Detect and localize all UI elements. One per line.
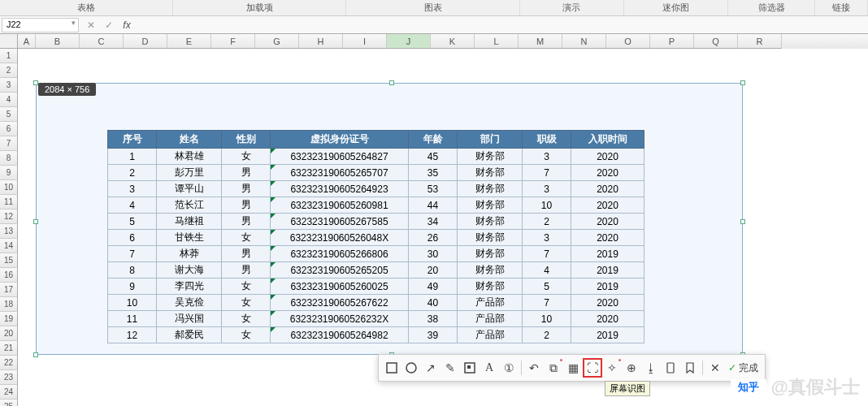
table-cell[interactable]: 马继祖 [157, 214, 222, 230]
table-cell[interactable]: 2019 [571, 327, 644, 343]
table-cell[interactable]: 53 [409, 181, 458, 197]
table-cell[interactable]: 632323190605260025 [271, 279, 409, 295]
ribbon-group[interactable]: 迷你图 [624, 0, 728, 15]
table-cell[interactable]: 女 [222, 311, 271, 327]
ribbon-group[interactable]: 图表 [346, 0, 519, 15]
screen-recognize-icon[interactable]: ⛶ [583, 358, 602, 378]
table-cell[interactable]: 2020 [571, 295, 644, 311]
table-cell[interactable]: 63232319060526232X [271, 311, 409, 327]
row-header[interactable]: 7 [0, 136, 18, 151]
row-header[interactable]: 5 [0, 107, 18, 122]
col-header[interactable]: E [167, 34, 211, 49]
col-header[interactable]: N [562, 34, 606, 49]
done-button[interactable]: ✓完成 [725, 361, 762, 375]
table-cell[interactable]: 女 [222, 327, 271, 343]
row-header[interactable]: 11 [0, 195, 18, 209]
row-header[interactable]: 22 [0, 356, 18, 370]
table-cell[interactable]: 1 [108, 149, 157, 165]
table-cell[interactable]: 2019 [571, 246, 644, 262]
table-cell[interactable]: 2020 [571, 230, 644, 246]
table-cell[interactable]: 10 [108, 295, 157, 311]
table-cell[interactable]: 2019 [571, 279, 644, 295]
ribbon-group[interactable]: 加载项 [173, 0, 346, 15]
table-cell[interactable]: 2020 [571, 214, 644, 230]
table-cell[interactable]: 3 [523, 149, 571, 165]
table-cell[interactable]: 2020 [571, 197, 644, 214]
table-cell[interactable]: 范长江 [157, 197, 222, 214]
table-cell[interactable]: 632323190605264827 [271, 149, 409, 165]
table-cell[interactable]: 女 [222, 230, 271, 246]
table-cell[interactable]: 632323190605266806 [271, 246, 409, 262]
pencil-icon[interactable]: ✎ [441, 358, 460, 378]
table-cell[interactable]: 7 [523, 295, 571, 311]
table-cell[interactable]: 34 [409, 214, 458, 230]
number-icon[interactable]: ① [499, 358, 519, 378]
row-header[interactable]: 12 [0, 209, 18, 224]
table-cell[interactable]: 7 [523, 165, 571, 181]
row-header[interactable]: 21 [0, 341, 18, 356]
table-cell[interactable]: 财务部 [458, 262, 523, 279]
table-cell[interactable]: 财务部 [458, 165, 523, 181]
handle-icon[interactable] [740, 219, 745, 224]
table-cell[interactable]: 5 [523, 279, 571, 295]
row-header[interactable]: 1 [0, 49, 18, 63]
table-cell[interactable]: 632323190605264982 [271, 327, 409, 343]
row-header[interactable]: 16 [0, 268, 18, 283]
handle-icon[interactable] [389, 80, 394, 85]
handle-icon[interactable] [33, 219, 38, 224]
fx-icon[interactable]: fx [118, 19, 136, 31]
table-cell[interactable]: 632323190605260981 [271, 197, 409, 214]
col-header[interactable]: K [431, 34, 475, 49]
ribbon-group[interactable]: 演示 [520, 0, 624, 15]
table-cell[interactable]: 产品部 [458, 311, 523, 327]
table-cell[interactable]: 财务部 [458, 246, 523, 262]
table-cell[interactable]: 财务部 [458, 214, 523, 230]
col-header[interactable]: I [343, 34, 387, 49]
table-cell[interactable]: 2020 [571, 165, 644, 181]
select-all-corner[interactable] [0, 34, 18, 49]
table-cell[interactable]: 7 [108, 246, 157, 262]
table-cell[interactable]: 甘铁生 [157, 230, 222, 246]
table-cell[interactable]: 李四光 [157, 279, 222, 295]
text-icon[interactable]: A [480, 358, 499, 378]
table-cell[interactable]: 9 [108, 279, 157, 295]
row-header[interactable]: 10 [0, 180, 18, 195]
table-cell[interactable]: 谭平山 [157, 181, 222, 197]
table-cell[interactable]: 4 [523, 262, 571, 279]
table-cell[interactable]: 男 [222, 262, 271, 279]
row-header[interactable]: 20 [0, 326, 18, 341]
col-header[interactable]: P [650, 34, 694, 49]
table-cell[interactable]: 38 [409, 311, 458, 327]
bookmark-icon[interactable] [680, 358, 700, 378]
table-cell[interactable]: 7 [523, 246, 571, 262]
col-header[interactable]: D [124, 34, 167, 49]
table-cell[interactable]: 产品部 [458, 327, 523, 343]
table-cell[interactable]: 2020 [571, 311, 644, 327]
table-cell[interactable]: 郝爱民 [157, 327, 222, 343]
table-cell[interactable]: 3 [523, 181, 571, 197]
table-cell[interactable]: 20 [409, 262, 458, 279]
table-cell[interactable]: 财务部 [458, 197, 523, 214]
handle-icon[interactable] [740, 80, 745, 85]
table-cell[interactable]: 彭万里 [157, 165, 222, 181]
translate-icon[interactable]: ⧉ [544, 358, 563, 378]
row-header[interactable]: 17 [0, 283, 18, 297]
col-header[interactable]: J [387, 34, 431, 49]
row-header[interactable]: 9 [0, 166, 18, 180]
table-cell[interactable]: 谢大海 [157, 262, 222, 279]
table-cell[interactable]: 35 [409, 165, 458, 181]
table-cell[interactable]: 2020 [571, 149, 644, 165]
table-cell[interactable]: 林莽 [157, 246, 222, 262]
table-cell[interactable]: 8 [108, 262, 157, 279]
rect-icon[interactable] [382, 358, 401, 378]
region-icon[interactable] [460, 358, 480, 378]
table-cell[interactable]: 2 [523, 327, 571, 343]
row-header[interactable]: 25 [0, 400, 18, 406]
row-header[interactable]: 13 [0, 224, 18, 239]
row-header[interactable]: 24 [0, 385, 18, 400]
col-header[interactable]: R [738, 34, 782, 49]
download-icon[interactable]: ⭳ [641, 358, 661, 378]
row-header[interactable]: 3 [0, 78, 18, 93]
table-cell[interactable]: 632323190605264923 [271, 181, 409, 197]
col-header[interactable]: L [475, 34, 519, 49]
